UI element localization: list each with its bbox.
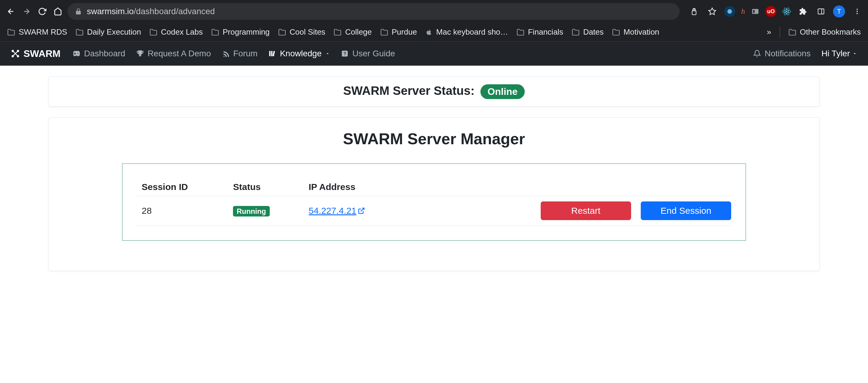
svg-line-23 [361, 208, 364, 211]
panel-icon[interactable] [815, 5, 827, 18]
books-icon [269, 50, 276, 58]
url-bar[interactable]: swarmsim.io/dashboard/advanced [67, 3, 680, 20]
toolbar-right-icons: h uO T [688, 5, 863, 18]
bookmark-codex-labs[interactable]: Codex Labs [150, 27, 203, 37]
folder-icon [334, 28, 341, 36]
other-bookmarks[interactable]: Other Bookmarks [788, 27, 861, 37]
table-row: 28 Running 54.227.4.21 Restart [137, 196, 731, 225]
folder-icon [517, 28, 524, 36]
home-button[interactable] [52, 5, 64, 18]
app-nav: SWARM Dashboard Request A Demo Forum Kno… [0, 41, 868, 66]
bookmarks-overflow[interactable]: » [767, 27, 771, 37]
nav-label: Knowledge [280, 49, 322, 59]
nav-label: Forum [233, 49, 258, 59]
svg-point-13 [857, 13, 858, 14]
nav-user-guide[interactable]: ? User Guide [341, 49, 395, 59]
running-badge: Running [233, 206, 270, 216]
status-card: SWARM Server Status: Online [48, 76, 820, 107]
react-devtools-icon[interactable] [782, 7, 791, 16]
bookmark-mac-keyboard[interactable]: Mac keyboard sho… [425, 27, 508, 37]
forward-button[interactable] [21, 5, 33, 18]
bookmark-swarm-rds[interactable]: SWARM RDS [7, 27, 67, 37]
rss-icon [222, 50, 230, 58]
cell-status: Running [228, 196, 304, 225]
url-path: /dashboard/advanced [134, 7, 215, 16]
bookmarks-bar: SWARM RDS Daily Execution Codex Labs Pro… [0, 23, 868, 41]
svg-rect-20 [273, 51, 275, 56]
bookmark-financials[interactable]: Financials [517, 27, 563, 37]
bookmark-dates[interactable]: Dates [572, 27, 604, 37]
gamepad-icon [73, 50, 81, 58]
folder-icon [76, 28, 84, 36]
extension-icon-3[interactable] [751, 7, 760, 16]
nav-knowledge[interactable]: Knowledge [269, 49, 330, 59]
svg-text:?: ? [344, 51, 346, 56]
col-ip: IP Address [304, 178, 411, 196]
user-greeting[interactable]: Hi Tyler [822, 49, 857, 59]
restart-button[interactable]: Restart [541, 202, 631, 220]
bookmark-label: Other Bookmarks [800, 27, 861, 37]
svg-point-11 [857, 9, 858, 10]
bookmark-programming[interactable]: Programming [211, 27, 270, 37]
bookmark-label: College [345, 27, 372, 37]
bookmark-daily-execution[interactable]: Daily Execution [76, 27, 141, 37]
manager-card: SWARM Server Manager Session ID Status I… [48, 117, 820, 271]
bookmark-label: Daily Execution [87, 27, 141, 37]
bookmark-college[interactable]: College [334, 27, 372, 37]
svg-point-12 [857, 11, 858, 12]
star-icon[interactable] [706, 5, 718, 18]
lock-icon [75, 8, 82, 15]
chevron-down-icon [852, 51, 857, 56]
folder-icon [788, 28, 796, 36]
share-icon[interactable] [688, 5, 700, 18]
sessions-table-wrap: Session ID Status IP Address 28 Running [122, 164, 746, 241]
extension-icon-1[interactable] [724, 6, 735, 17]
page-content: SWARM Server Status: Online SWARM Server… [0, 66, 868, 293]
col-session-id: Session ID [137, 178, 228, 196]
bookmark-motivation[interactable]: Motivation [612, 27, 659, 37]
bell-icon [753, 50, 761, 58]
cell-ip: 54.227.4.21 [304, 196, 411, 225]
brand[interactable]: SWARM [11, 48, 61, 59]
bookmark-label: Purdue [392, 27, 417, 37]
bookmark-label: Codex Labs [161, 27, 203, 37]
end-session-button[interactable]: End Session [641, 202, 731, 220]
bookmark-label: Mac keyboard sho… [436, 27, 508, 37]
external-link-icon [358, 207, 365, 214]
col-actions [411, 178, 731, 196]
status-badge: Online [480, 84, 525, 99]
extension-icon-2[interactable]: h [741, 7, 745, 16]
svg-marker-1 [709, 8, 715, 14]
nav-dashboard[interactable]: Dashboard [73, 49, 125, 59]
svg-rect-0 [692, 11, 696, 15]
ublock-icon[interactable]: uO [766, 6, 776, 17]
bookmark-purdue[interactable]: Purdue [380, 27, 417, 37]
reload-button[interactable] [36, 5, 48, 18]
ip-link[interactable]: 54.227.4.21 [309, 206, 365, 216]
bookmark-cool-sites[interactable]: Cool Sites [278, 27, 326, 37]
apple-icon [425, 29, 433, 36]
col-status: Status [228, 178, 304, 196]
extensions-icon[interactable] [797, 5, 809, 18]
cell-session-id: 28 [137, 196, 228, 225]
folder-icon [572, 28, 580, 36]
nav-label: Dashboard [84, 49, 125, 59]
cell-actions: Restart End Session [411, 196, 731, 225]
nav-notifications[interactable]: Notifications [753, 49, 811, 59]
folder-icon [7, 28, 15, 36]
nav-forum[interactable]: Forum [222, 49, 258, 59]
bookmark-label: Financials [528, 27, 563, 37]
chrome-menu-icon[interactable] [851, 5, 863, 18]
nav-request-demo[interactable]: Request A Demo [136, 49, 211, 59]
status-label: SWARM Server Status: [343, 84, 475, 97]
sessions-table: Session ID Status IP Address 28 Running [137, 178, 731, 226]
svg-rect-18 [269, 51, 270, 56]
question-icon: ? [341, 50, 349, 58]
back-button[interactable] [5, 5, 17, 18]
divider [780, 27, 780, 38]
folder-icon [211, 28, 219, 36]
profile-avatar[interactable]: T [833, 5, 845, 18]
folder-icon [612, 28, 620, 36]
greeting-text: Hi Tyler [822, 49, 850, 59]
svg-rect-4 [753, 10, 755, 13]
